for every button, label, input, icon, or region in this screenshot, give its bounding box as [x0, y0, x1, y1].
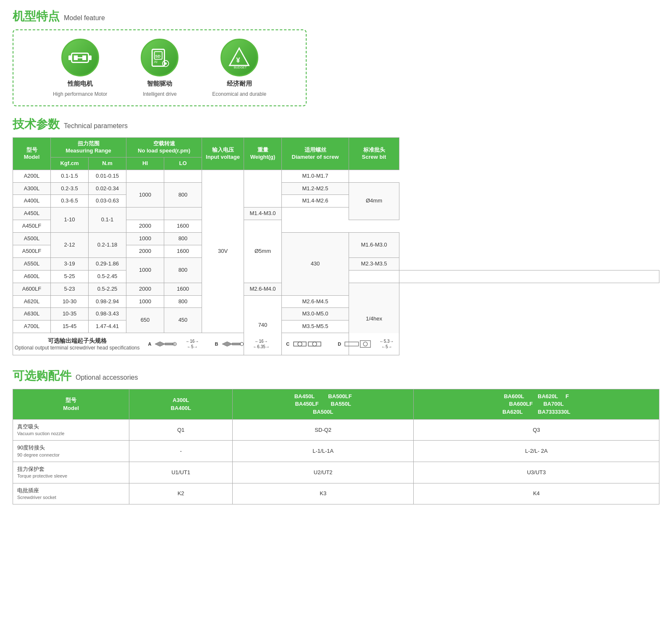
acc-val3: L-2/L- 2A — [414, 441, 659, 462]
th-model: 型号 Model — [13, 138, 51, 170]
th-lo: LO — [164, 157, 202, 170]
acc-val3: Q3 — [414, 419, 659, 441]
th-kgf: Kgf.cm — [51, 157, 89, 170]
cell-screw: M2.6-M4.5 — [282, 295, 349, 308]
svg-rect-29 — [308, 342, 321, 346]
svg-rect-1 — [74, 55, 78, 60]
th-torque: 扭力范围 Measuring Range — [51, 138, 126, 158]
acc-val3: K4 — [414, 483, 659, 504]
feature-motor: 性能电机 High performance Motor — [53, 39, 107, 97]
feature1-en: High performance Motor — [53, 91, 107, 97]
feature2-en: Intelligent drive — [143, 91, 177, 97]
svg-rect-9 — [89, 55, 92, 60]
cell-model: A500L — [13, 233, 51, 245]
acc-label: 扭力保护套Torque protective sleeve — [13, 462, 129, 483]
cell-kgf: 10-30 — [51, 295, 89, 308]
tech-table-wrapper: 型号 Model 扭力范围 Measuring Range 空载转速 No lo… — [13, 137, 659, 355]
acc-label: 电批插座Screwdriver socket — [13, 483, 129, 504]
cell-model: A620L — [13, 295, 51, 308]
th-nm: N.m — [89, 157, 126, 170]
cell-nm: 0.1-1 — [89, 207, 126, 233]
cell-screw: M3.0-M5.0 — [282, 308, 349, 320]
section1-en: Model feature — [64, 14, 105, 22]
cell-screw: M3.5-M5.5 — [282, 320, 349, 333]
cell-weight: 430 — [282, 233, 349, 295]
cell-weight — [244, 170, 282, 207]
acc-row: 90度转接头90 degree connector-L-1/L-1AL-2/L-… — [13, 441, 659, 462]
cell-hi: 1000 — [126, 295, 164, 308]
cell-kgf: 0.3-6.5 — [51, 195, 89, 207]
table-row: A200L0.1-1.50.01-0.1530VM1.0-M1.7 — [13, 170, 659, 182]
acc-val1: Q1 — [129, 419, 233, 441]
table-row: A630L10-350.98-3.43650450M3.0-M5.0 — [13, 308, 659, 320]
acc-th-col2: BA450L BA500LFBA450LF BA550LBA500L — [233, 389, 414, 420]
feature-drive: SD AI 智能驱动 Intelligent drive — [141, 39, 178, 97]
cell-bit: Ø5mm — [244, 220, 282, 283]
cell-hi — [126, 207, 164, 220]
svg-marker-19 — [155, 342, 165, 347]
acc-table: 型号 Model A300LBA400L BA450L BA500LFBA450… — [13, 389, 659, 504]
drive-svg: SD AI — [148, 46, 171, 69]
cell-nm: 0.5-2.45 — [89, 270, 126, 283]
th-voltage: 输入电压 Input voltage — [202, 138, 244, 170]
cell-model: A700L — [13, 320, 51, 333]
cell-hi: 2000 — [126, 283, 164, 295]
acc-th-col1: A300LBA400L — [129, 389, 233, 420]
svg-text:¥: ¥ — [236, 56, 240, 63]
acc-th-model: 型号 Model — [13, 389, 129, 420]
svg-text:SD: SD — [155, 54, 160, 58]
acc-val1: - — [129, 441, 233, 462]
cell-model: A600LF — [13, 283, 51, 295]
cell-lo: 1600 — [164, 283, 202, 295]
cell-voltage: 30V — [202, 170, 244, 333]
svg-marker-24 — [222, 342, 232, 347]
table-row: A500L2-120.2-1.181000800430M1.6-M3.0 — [13, 233, 659, 245]
cell-nm: 0.29-1.86 — [89, 257, 126, 270]
cell-screw: M1.2-M2.5 — [282, 182, 349, 195]
svg-point-26 — [240, 342, 243, 346]
section1-zh: 机型特点 — [13, 8, 60, 24]
svg-rect-25 — [232, 343, 240, 345]
cell-kgf: 2-12 — [51, 233, 89, 258]
cell-nm: 1.47-4.41 — [89, 320, 126, 333]
cell-nm: 0.98-3.43 — [89, 308, 126, 320]
section2-en: Technical parameters — [64, 122, 128, 130]
cell-nm: 0.98-2.94 — [89, 295, 126, 308]
acc-val2: K3 — [233, 483, 414, 504]
cell-screw: M1.0-M1.7 — [282, 170, 349, 182]
section3-zh: 可选购配件 — [13, 368, 71, 384]
th-hi: HI — [126, 157, 164, 170]
cell-hi: 650 — [126, 308, 164, 333]
cell-hi: 1000 — [126, 233, 164, 245]
feature1-zh: 性能电机 — [68, 80, 93, 88]
acc-val2: U2/UT2 — [233, 462, 414, 483]
th-screw: 适用螺丝 Diameter of screw — [282, 138, 349, 170]
svg-point-30 — [312, 342, 317, 346]
cell-hi: 1000 — [126, 257, 164, 283]
acc-val3: U3/UT3 — [414, 462, 659, 483]
features-box: 性能电机 High performance Motor SD AI 智能驱动 I… — [13, 29, 307, 106]
motor-icon — [61, 39, 99, 76]
acc-val1: K2 — [129, 483, 233, 504]
cell-model: A450L — [13, 207, 51, 220]
cell-kgf: 0.2-3.5 — [51, 182, 89, 195]
svg-text:AI: AI — [154, 60, 158, 64]
cell-model: A400L — [13, 195, 51, 207]
cell-screw: M2.3-M3.5 — [349, 257, 399, 270]
note-zh: 可选输出端起子头规格 — [15, 337, 139, 344]
cell-model: A600L — [13, 270, 51, 283]
cell-model: A450LF — [13, 220, 51, 233]
acc-val2: SD-Q2 — [233, 419, 414, 441]
svg-rect-31 — [345, 342, 359, 346]
cell-nm: 0.5-2.25 — [89, 283, 126, 295]
cell-hi — [126, 170, 164, 182]
svg-rect-27 — [294, 342, 306, 346]
table-row: A700L15-451.47-4.41M3.5-M5.5 — [13, 320, 659, 333]
cell-hi: 2000 — [126, 245, 164, 258]
cell-screw: M2.6-M4.0 — [244, 283, 282, 295]
cell-hi: 1000 — [126, 182, 164, 207]
svg-rect-2 — [82, 55, 86, 60]
svg-point-28 — [298, 342, 302, 346]
feature3-zh: 经济耐用 — [227, 80, 252, 88]
feature3-en: Economical and durable — [212, 91, 266, 97]
